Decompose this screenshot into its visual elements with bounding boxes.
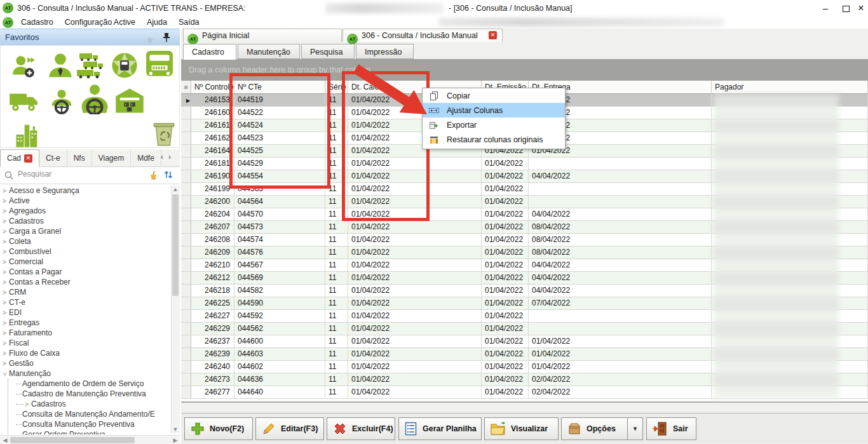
minimize-button[interactable]: – [818, 3, 832, 14]
chevron-right-icon[interactable]: > [22, 400, 31, 410]
tree-item-fluxo-de-caixa[interactable]: >Fluxo de Caixa [0, 348, 170, 358]
document-tab-consulta-inclusao[interactable]: AT306 - Consulta / Inclusão Manual✕ [342, 29, 503, 42]
tab-close-icon[interactable]: ✕ [24, 154, 32, 163]
context-menu-item-exportar[interactable]: Exportar [423, 118, 565, 132]
sidebar-tab-viagem[interactable]: Viagem [92, 150, 131, 166]
sort-icon[interactable] [163, 170, 173, 182]
context-menu-item-ajustar-colunas[interactable]: Ajustar Colunas [423, 103, 565, 118]
scrollbar-thumb[interactable] [10, 437, 135, 443]
maximize-button[interactable] [839, 3, 853, 14]
sidebar-tab-cad[interactable]: Cad✕ [0, 149, 39, 167]
tree-item-contas-a-receber[interactable]: >Contas a Receber [0, 277, 170, 287]
driver-wheel-icon[interactable] [78, 84, 111, 116]
menu-item-saída[interactable]: Saída [173, 17, 205, 27]
tree-item-crm[interactable]: >CRM [0, 287, 170, 297]
tree-item-cadastro-de-manuten-o-preventiva[interactable]: Cadastro de Manutenção Preventiva [8, 389, 170, 399]
chevron-right-icon[interactable]: > [0, 339, 9, 349]
recycle-bin-icon[interactable] [151, 119, 177, 149]
fleet-icon[interactable] [74, 52, 105, 82]
tree-item-faturamento[interactable]: >Faturamento [0, 328, 170, 338]
chevron-right-icon[interactable]: > [0, 247, 9, 257]
tree-item-agendamento-de-ordem-de-servi-o[interactable]: Agendamento de Ordem de Serviço [8, 379, 170, 389]
tree-item-combust-vel[interactable]: >Combustível [0, 246, 170, 257]
tree-item-entregas[interactable]: >Entregas [0, 318, 170, 328]
chevron-right-icon[interactable]: > [0, 359, 9, 369]
context-menu-item-copiar[interactable]: Copiar [423, 88, 565, 103]
sidebar-tab-ct-e[interactable]: Ct-e [39, 150, 67, 166]
tree-item-cadastros[interactable]: >Cadastros [0, 216, 170, 226]
menu-item-ajuda[interactable]: Ajuda [141, 17, 173, 27]
chevron-right-icon[interactable]: > [0, 257, 9, 267]
tree-item-comercial[interactable]: >Comercial [0, 257, 170, 267]
sidebar-tab-mdfe[interactable]: Mdfe [131, 150, 161, 166]
tree-vertical-scrollbar[interactable]: ▲ ▼ [171, 185, 180, 433]
sidebar-tab-nfs[interactable]: Nfs [67, 150, 92, 166]
tree-item-active[interactable]: >Active [0, 196, 170, 206]
chevron-right-icon[interactable]: > [0, 227, 9, 237]
sair-button[interactable]: Sair [646, 417, 696, 440]
close-button[interactable]: × [854, 3, 868, 14]
tab-manuteno[interactable]: Manutenção [238, 44, 300, 59]
excluir-f4--button[interactable]: Excluir(F4) [327, 417, 395, 440]
chevron-right-icon[interactable]: > [0, 206, 9, 217]
chevron-right-icon[interactable]: > [0, 186, 9, 196]
chevron-down-icon[interactable]: > [0, 370, 10, 379]
company-icon[interactable] [13, 121, 41, 152]
user-tie-icon[interactable] [46, 52, 74, 82]
tree-item-edi[interactable]: >EDI [0, 307, 170, 318]
chevron-right-icon[interactable]: > [0, 196, 9, 206]
column-header-n-cte[interactable]: Nº CTe [234, 81, 325, 94]
visualizar-button[interactable]: Visualizar [484, 417, 559, 440]
column-header-pagador[interactable]: Pagador [712, 81, 868, 94]
column-chooser-icon[interactable]: ≡ [181, 81, 191, 94]
tree-item-carga-a-granel[interactable]: >Carga a Granel [0, 226, 170, 236]
tab-impresso[interactable]: Impressão [356, 44, 414, 59]
search-input[interactable] [17, 169, 133, 179]
chevron-right-icon[interactable]: > [0, 237, 9, 247]
context-menu-item-restaurar-colunas-originais[interactable]: Restaurar colunas originais [423, 132, 565, 147]
op-es-button[interactable]: Opções [561, 417, 628, 440]
document-tab-pagina-inicial[interactable]: ATPágina Inicial [183, 29, 342, 42]
chevron-right-icon[interactable]: > [0, 278, 9, 288]
driver-icon[interactable] [48, 88, 76, 118]
scrollbar-thumb[interactable] [172, 194, 179, 296]
chevron-right-icon[interactable]: > [0, 267, 9, 278]
tree-item-manuten-o[interactable]: >Manutenção [0, 368, 170, 379]
tree-item-cadastros[interactable]: >Cadastros [8, 399, 170, 409]
menu-item-cadastro[interactable]: Cadastro [15, 17, 59, 27]
tree-item-contas-a-pagar[interactable]: >Contas a Pagar [0, 267, 170, 277]
tree-item-coleta[interactable]: >Coleta [0, 236, 170, 246]
chevron-right-icon[interactable]: > [0, 298, 9, 308]
chevron-right-icon[interactable]: > [0, 318, 9, 328]
tree-item-gest-o[interactable]: >Gestão [0, 358, 170, 368]
tree-item-consulta-manuten-o-preventiva[interactable]: Consulta Manutenção Preventiva [8, 419, 170, 429]
warehouse-icon[interactable] [114, 86, 146, 116]
user-add-icon[interactable] [11, 53, 37, 82]
editar-f3--button[interactable]: Editar(F3) [255, 417, 324, 440]
tree-horizontal-scrollbar[interactable]: ◀ ▶ [0, 435, 180, 444]
group-by-bar[interactable]: Drag a column header here to group by th… [181, 59, 868, 81]
tab-close-icon[interactable]: ✕ [489, 31, 497, 39]
menu-item-configuração-active[interactable]: Configuração Active [59, 17, 141, 27]
tab-cadastro[interactable]: Cadastro [183, 44, 236, 60]
chevron-right-icon[interactable]: > [0, 308, 9, 318]
truck-icon[interactable] [8, 88, 40, 118]
chevron-right-icon[interactable]: > [0, 217, 9, 227]
chevron-right-icon[interactable]: > [0, 349, 9, 359]
tab-scroll-arrows[interactable]: ‹› [161, 152, 176, 161]
chevron-right-icon[interactable]: > [0, 328, 9, 339]
novo-f2--button[interactable]: Novo(F2) [184, 417, 253, 440]
gerar-planilha-button[interactable]: Gerar Planilha [398, 417, 482, 440]
truck-star-icon[interactable] [110, 51, 139, 82]
tree-item-gerar-ordem-preventiva[interactable]: Gerar Ordem Preventiva [8, 429, 170, 434]
chevron-right-icon[interactable]: > [0, 288, 9, 298]
tree-item-consulta-de-manuten-o-andamento-e[interactable]: Consulta de Manutenção Andamento/E [8, 409, 170, 419]
bus-icon[interactable] [143, 50, 176, 81]
tree-item-agregados[interactable]: >Agregados [0, 206, 170, 216]
tree-item-acesso-e-seguran-a[interactable]: >Acesso e Segurança [0, 185, 170, 196]
column-header-n-controle[interactable]: Nº Controle [191, 81, 234, 94]
clear-filter-icon[interactable] [149, 170, 158, 182]
tab-pesquisa[interactable]: Pesquisa [301, 44, 355, 59]
tree-item-ct-e[interactable]: >CT-e [0, 297, 170, 307]
opcoes-dropdown-button[interactable]: ▼ [628, 417, 643, 440]
